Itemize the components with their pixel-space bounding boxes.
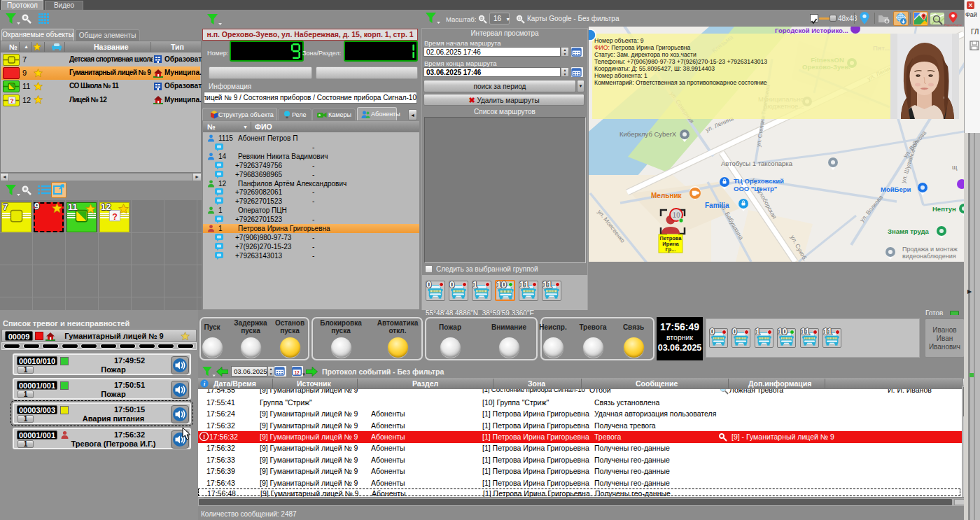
svg-text:Координаты: Д: 55.8095427, Ш:: Координаты: Д: 55.8095427, Ш: 38.9914403: [594, 65, 715, 72]
svg-text:Номер объекта: 9: Номер объекта: 9: [594, 37, 644, 44]
svg-text:12: 12: [294, 370, 300, 375]
svg-text:10: 10: [672, 211, 680, 219]
svg-text:Гр...: Гр...: [666, 246, 676, 253]
svg-text:Статус: Зам. директора по хоз.: Статус: Зам. директора по хоз.части: [594, 51, 696, 58]
svg-text:видеонаблюдения: видеонаблюдения: [902, 253, 956, 260]
svg-text:Номер абонента: 1: Номер абонента: 1: [594, 72, 648, 79]
svg-text:ТЦ Ореховский: ТЦ Ореховский: [734, 177, 784, 185]
svg-text:Автобусы 1 таксопарка: Автобусы 1 таксопарка: [721, 160, 793, 167]
svg-text:?: ?: [112, 212, 118, 222]
svg-text:!: !: [203, 433, 205, 440]
svg-text:Городской Историко...: Городской Историко...: [775, 27, 848, 34]
svg-text:Familia: Familia: [705, 202, 729, 209]
svg-text:Комментарий: Ответственная за: Комментарий: Ответственная за противопож…: [594, 79, 767, 86]
svg-text:Продажа и монтаж: Продажа и монтаж: [902, 246, 958, 253]
svg-text:Знамя труда: Знамя труда: [888, 227, 930, 235]
svg-text:Нептун: Нептун: [932, 205, 956, 213]
svg-text:ФИО: Петрова Ирина Григорьевна: ФИО: Петрова Ирина Григорьевна: [594, 44, 690, 51]
svg-text:щ: щ: [952, 164, 958, 171]
svg-text:МойБери: МойБери: [881, 185, 911, 193]
svg-text:Телефоны: +7(906)980-97-73 +7: Телефоны: +7(906)980-97-73 +7(926)270-15…: [594, 58, 767, 65]
svg-text:Киберклуб CyberX: Киберклуб CyberX: [620, 130, 677, 138]
svg-text:Мельник: Мельник: [651, 192, 682, 199]
svg-text:ООО "Центр": ООО "Центр": [734, 185, 777, 192]
svg-text:?: ?: [10, 97, 14, 104]
